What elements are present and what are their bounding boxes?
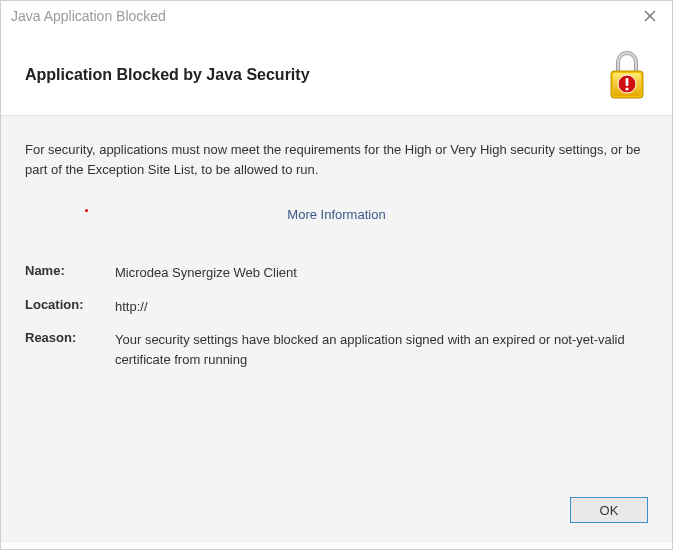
intro-text: For security, applications must now meet… <box>25 140 648 179</box>
svg-rect-5 <box>626 78 629 86</box>
detail-row-name: Name: Microdea Synergize Web Client <box>25 263 648 283</box>
header-area: Application Blocked by Java Security <box>1 31 672 115</box>
reason-label: Reason: <box>25 330 115 345</box>
content-area: For security, applications must now meet… <box>1 115 672 543</box>
detail-row-reason: Reason: Your security settings have bloc… <box>25 330 648 369</box>
lock-alert-icon <box>606 49 648 101</box>
window-title: Java Application Blocked <box>11 8 166 24</box>
close-button[interactable] <box>636 4 664 28</box>
ok-button[interactable]: OK <box>570 497 648 523</box>
close-icon <box>644 10 656 22</box>
location-value: http:// <box>115 297 648 317</box>
red-dot-icon <box>85 209 88 212</box>
more-information-link[interactable]: More Information <box>287 207 385 222</box>
button-row: OK <box>570 497 648 523</box>
name-label: Name: <box>25 263 115 278</box>
name-value: Microdea Synergize Web Client <box>115 263 648 283</box>
svg-point-6 <box>625 87 628 90</box>
more-info-row: More Information <box>25 205 648 223</box>
detail-row-location: Location: http:// <box>25 297 648 317</box>
titlebar: Java Application Blocked <box>1 1 672 31</box>
header-title: Application Blocked by Java Security <box>25 66 310 84</box>
reason-value: Your security settings have blocked an a… <box>115 330 648 369</box>
java-blocked-dialog: Java Application Blocked Application Blo… <box>0 0 673 550</box>
location-label: Location: <box>25 297 115 312</box>
